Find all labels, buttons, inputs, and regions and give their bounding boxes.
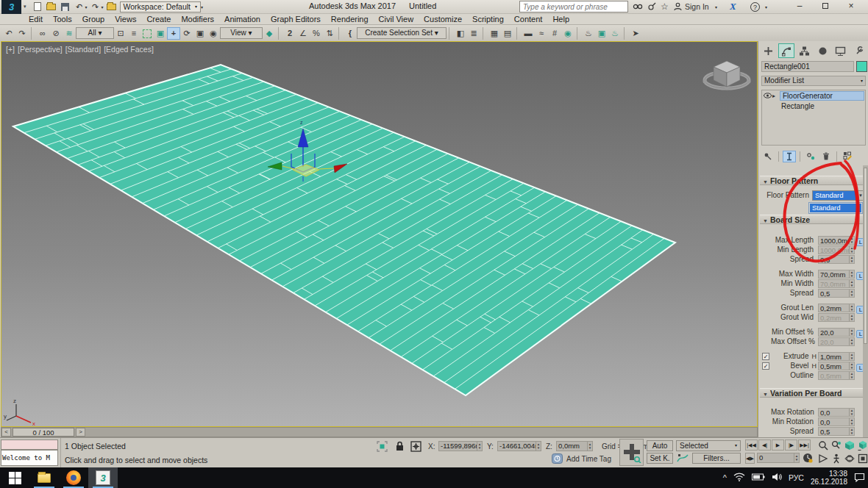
viewport-label-shading[interactable]: [Standard] [65,45,101,54]
perspective-viewport[interactable]: [+][Perspective][Standard][Edged Faces] … [1,41,758,427]
key-selection-dropdown[interactable]: Selected▾ [676,440,741,451]
app-menu-caret-icon[interactable]: ▾ [24,4,26,10]
select-and-place-icon[interactable]: ◉ [207,27,220,40]
angle-snap-icon[interactable]: ∠ [296,27,310,40]
reference-coordinate-dropdown[interactable]: View ▾ [220,27,263,39]
key-mode-toggle[interactable]: ◀▶ [745,453,755,464]
key-filters-icon[interactable] [676,453,690,464]
material-editor-icon[interactable]: ◉ [561,27,574,40]
tab-create[interactable] [760,43,777,58]
select-by-name-icon[interactable]: ≡ [127,27,140,40]
toolbar-separator[interactable] [577,27,580,40]
save-file-button[interactable] [60,1,71,12]
snaps-toggle-icon[interactable]: 2 [283,27,296,40]
tray-expand-chevron[interactable]: ^ [723,473,727,482]
rollout-board-size[interactable]: ▼Board Size [760,215,867,224]
sign-in-person-icon[interactable] [674,1,682,12]
close-button[interactable]: × [840,0,862,13]
toggle-layer-explorer-icon[interactable]: ▤ [501,27,514,40]
visibility-eye-icon[interactable] [762,92,772,100]
current-frame-field[interactable]: 0▲▼ [757,453,800,463]
rendered-frame-window-icon[interactable]: ▣ [595,27,608,40]
grout-wid-field[interactable]: 0,2mm▲▼ [818,313,855,322]
bevel-checkbox[interactable]: ✓ [762,362,769,370]
search-icon[interactable] [633,1,643,12]
make-unique-icon[interactable] [804,151,817,162]
base-object-name[interactable]: Rectangle [781,102,814,110]
add-time-tag-label[interactable]: Add Time Tag [566,455,611,463]
y-coordinate-field[interactable]: -14661,004mm▲▼ [497,441,541,451]
firefox-taskbar-icon[interactable] [59,467,88,488]
toolbar-separator[interactable] [449,27,452,40]
pin-stack-icon[interactable] [761,151,775,162]
zoom-button[interactable] [817,439,829,451]
window-crossing-icon[interactable]: ▣ [154,27,167,40]
favorites-star-icon[interactable]: ☆ [661,1,669,12]
viewport-label-general[interactable]: [+] [6,45,15,54]
max-rotation-field[interactable]: 0,0▲▼ [818,408,855,417]
macro-recorder-box[interactable] [1,439,58,450]
menu-edit[interactable]: Edit [24,15,48,24]
stack-row-rectangle[interactable]: Rectangle [762,101,865,111]
absolute-mode-toggle[interactable] [410,441,421,453]
toolbar-separator[interactable] [516,27,519,40]
menu-content[interactable]: Content [509,15,548,24]
render-setup-icon[interactable]: ♨ [582,27,595,40]
max-width-field[interactable]: 70,0mm▲▼ [818,270,855,279]
taskbar-clock[interactable]: 13:38 26.12.2018 [811,470,847,486]
tab-modify[interactable] [778,43,795,58]
help-caret-icon[interactable]: ▾ [765,1,767,12]
rollout-variation-per-board[interactable]: ▼Variation Per Board [760,388,867,398]
time-tag-icon[interactable] [552,453,563,465]
min-width-field[interactable]: 70,0mm▲▼ [818,279,855,288]
menu-views[interactable]: Views [110,15,141,24]
toggle-scene-explorer-icon[interactable]: ▦ [488,27,501,40]
open-file-button[interactable] [46,1,57,12]
menu-civil-view[interactable]: Civil View [374,15,419,24]
isolate-selection-toggle[interactable] [377,441,388,453]
previous-frame-arrow[interactable]: < [1,428,11,437]
menu-rendering[interactable]: Rendering [326,15,374,24]
zoom-extents-all-button[interactable] [856,439,868,451]
max-offset-field[interactable]: 20,0▲▼ [818,337,855,346]
menu-customize[interactable]: Customize [419,15,467,24]
previous-frame-button[interactable]: ◀| [758,439,771,451]
toolbar-separator[interactable] [483,27,485,40]
select-and-link-icon[interactable]: ∞ [36,27,49,40]
outline-field[interactable]: 0,5mm▲▼ [818,371,855,380]
zoom-all-button[interactable] [830,439,842,451]
redo-button[interactable]: ↷ [90,1,102,12]
restore-button[interactable] [814,0,836,13]
menu-help[interactable]: Help [547,15,574,24]
modifier-name[interactable]: FloorGenerator [780,91,864,101]
select-object-icon[interactable]: ⊡ [114,27,127,40]
named-selection-sets-dropdown[interactable]: Create Selection Set ▾ [357,27,447,39]
selection-lock-toggle[interactable] [395,441,405,453]
3dsmax-taskbar-icon[interactable]: 3 [88,467,118,488]
toolbar-separator[interactable] [338,27,341,40]
next-frame-button[interactable]: |▶ [785,439,797,451]
extrude-checkbox[interactable]: ✓ [762,353,769,360]
auto-key-button[interactable]: Auto [647,440,673,451]
floor-pattern-dropdown[interactable]: Standard▼ [812,190,865,201]
snapshot-cursor-icon[interactable]: ➤ [629,27,642,40]
wifi-icon[interactable] [733,473,745,483]
community-icon[interactable] [647,1,656,12]
menu-tools[interactable]: Tools [48,15,77,24]
spread-width-field[interactable]: 0,5▲▼ [818,289,855,298]
set-keys-button[interactable] [619,439,644,466]
time-configuration-button[interactable] [802,452,814,465]
toolbar-separator[interactable] [624,27,627,40]
menu-scripting[interactable]: Scripting [467,15,509,24]
z-coordinate-field[interactable]: 0,0mm▲▼ [556,441,593,451]
max-length-field[interactable]: 1000,0mm▲▼ [818,236,855,245]
battery-icon[interactable] [752,473,765,482]
use-pivot-point-center-icon[interactable]: ◆ [263,27,276,40]
toggle-ribbon-icon[interactable]: ▬ [522,27,535,40]
floor-object[interactable] [13,65,675,395]
selection-filter-dropdown[interactable]: All ▾ [76,27,114,39]
help-icon[interactable]: ? [750,1,760,12]
orbit-button[interactable] [843,452,855,464]
undo-button[interactable]: ↶ [74,1,85,12]
panel-scrollbar[interactable] [863,165,868,437]
